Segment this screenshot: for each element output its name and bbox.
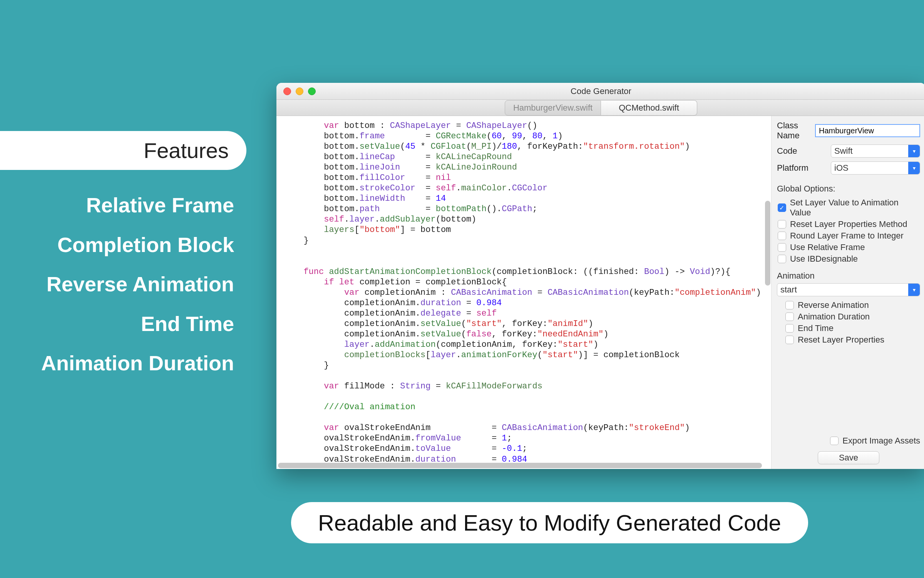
animation-option-label: End Time — [798, 323, 834, 333]
feature-item: Relative Frame — [0, 185, 234, 225]
chevron-updown-icon: ▾ — [908, 284, 920, 296]
checkbox-icon — [778, 232, 786, 240]
animation-select-value: start — [780, 285, 797, 295]
global-option-label: Round Layer Frame to Integer — [790, 231, 904, 241]
code-label: Code — [777, 146, 831, 156]
animation-option-label: Animation Duration — [798, 312, 870, 322]
animation-option-checkbox[interactable]: Reset Layer Properties — [785, 335, 920, 345]
tabbar: HamburgerView.swift QCMethod.swift — [276, 100, 924, 116]
global-option-checkbox[interactable]: Use IBDesignable — [778, 254, 920, 264]
platform-label: Platform — [777, 163, 831, 173]
animation-option-checkbox[interactable]: Animation Duration — [785, 312, 920, 322]
export-assets-checkbox[interactable]: Export Image Assets — [830, 436, 920, 446]
features-header: Features — [0, 131, 246, 170]
animation-option-label: Reverse Animation — [798, 300, 869, 310]
platform-select[interactable]: iOS ▾ — [831, 161, 920, 175]
global-option-label: Use IBDesignable — [790, 254, 858, 264]
global-option-checkbox[interactable]: Reset Layer Properties Method — [778, 219, 920, 229]
caption: Readable and Easy to Modify Generated Co… — [291, 502, 808, 543]
feature-item: Animation Duration — [0, 343, 234, 383]
checkbox-icon — [778, 220, 786, 229]
animation-option-label: Reset Layer Properties — [798, 335, 884, 345]
code-editor[interactable]: var bottom : CAShapeLayer = CAShapeLayer… — [276, 116, 772, 469]
options-panel: Class Name Code Swift ▾ Platform iOS ▾ G… — [772, 116, 924, 469]
animation-select[interactable]: start ▾ — [777, 283, 920, 296]
code-content: var bottom : CAShapeLayer = CAShapeLayer… — [276, 116, 764, 462]
platform-select-value: iOS — [834, 163, 849, 173]
global-option-checkbox[interactable]: Round Layer Frame to Integer — [778, 231, 920, 241]
checkbox-icon — [785, 301, 794, 309]
tab-hamburgerview[interactable]: HamburgerView.swift — [505, 100, 601, 116]
app-window: Code Generator HamburgerView.swift QCMet… — [276, 83, 924, 469]
checkbox-icon — [785, 313, 794, 321]
checkbox-icon — [778, 243, 786, 252]
global-option-label: Use Relative Frame — [790, 242, 865, 252]
export-assets-label: Export Image Assets — [842, 436, 920, 446]
chevron-updown-icon: ▾ — [908, 162, 920, 174]
chevron-updown-icon: ▾ — [908, 145, 920, 157]
checkbox-icon — [785, 324, 794, 333]
feature-item: Completion Block — [0, 225, 234, 265]
feature-item: Reverse Animation — [0, 264, 234, 304]
tab-qcmethod[interactable]: QCMethod.swift — [601, 100, 697, 116]
code-select[interactable]: Swift ▾ — [831, 144, 920, 158]
horizontal-scrollbar[interactable] — [278, 463, 762, 468]
class-name-label: Class Name — [777, 121, 815, 141]
animation-label: Animation — [777, 271, 920, 281]
save-button[interactable]: Save — [818, 451, 879, 464]
global-options-label: Global Options: — [777, 184, 920, 194]
global-option-checkbox[interactable]: Use Relative Frame — [778, 242, 920, 252]
code-select-value: Swift — [834, 146, 853, 156]
features-list: Relative Frame Completion Block Reverse … — [0, 185, 246, 383]
animation-option-checkbox[interactable]: Reverse Animation — [785, 300, 920, 310]
checkbox-icon — [778, 255, 786, 263]
checkbox-icon — [785, 336, 794, 344]
feature-item: End Time — [0, 304, 234, 344]
vertical-scrollbar[interactable] — [765, 201, 770, 286]
global-option-label: Set Layer Value to Animation Value — [790, 198, 920, 218]
global-option-checkbox[interactable]: ✓Set Layer Value to Animation Value — [778, 198, 920, 218]
animation-option-checkbox[interactable]: End Time — [785, 323, 920, 333]
checkbox-icon — [830, 437, 839, 445]
class-name-input[interactable] — [815, 124, 920, 137]
titlebar: Code Generator — [276, 83, 924, 100]
checkbox-icon: ✓ — [778, 203, 786, 212]
global-option-label: Reset Layer Properties Method — [790, 219, 907, 229]
window-title: Code Generator — [276, 86, 924, 96]
